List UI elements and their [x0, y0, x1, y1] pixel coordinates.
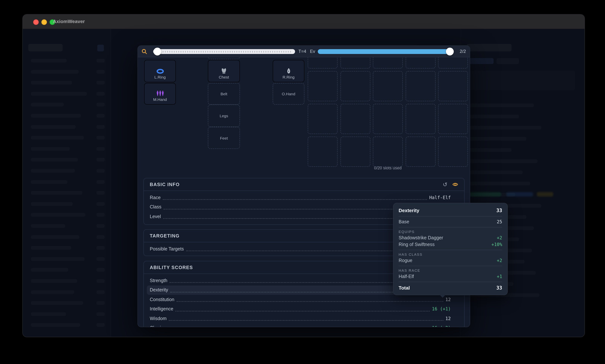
- inventory-slot[interactable]: [308, 137, 337, 167]
- inventory-slot[interactable]: [405, 104, 435, 134]
- equip-slot-belt[interactable]: Belt: [208, 83, 240, 104]
- basic-info-title: BASIC INFO: [150, 182, 180, 187]
- inventory-slot[interactable]: [340, 104, 370, 134]
- ghost-value: [96, 92, 105, 96]
- inventory-slot[interactable]: [438, 104, 468, 134]
- page-indicator: 2/2: [460, 46, 466, 57]
- inventory-slot[interactable]: [438, 71, 468, 101]
- ghost-value: [96, 81, 105, 84]
- ghost-value: [96, 125, 105, 129]
- ghost-row: [467, 115, 519, 118]
- close-window-button[interactable]: [33, 19, 39, 25]
- hooded-figure-icon: [285, 68, 292, 74]
- ghost-value: [96, 70, 105, 74]
- ghost-row: [31, 158, 78, 162]
- tooltip-section-has-race: HAS RACE: [399, 268, 502, 273]
- equip-slot-main-hand[interactable]: M.Hand: [144, 83, 176, 104]
- ghost-value: [96, 103, 105, 107]
- ghost-value: [96, 191, 105, 195]
- equip-slot-left-ring[interactable]: L.Ring: [144, 60, 176, 82]
- screen: AxiomWeaver: [0, 0, 605, 364]
- tooltip-total-label: Total: [399, 284, 410, 292]
- ghost-row: [31, 92, 87, 96]
- ghost-row: [31, 312, 66, 316]
- t-slider-thumb[interactable]: [153, 48, 161, 55]
- slot-label: Chest: [219, 75, 229, 79]
- inventory-grid: [308, 45, 468, 167]
- background-left-sidebar: [23, 29, 111, 337]
- armor-icon: [221, 68, 227, 74]
- ability-row-wisdom[interactable]: Wisdom 12: [150, 314, 458, 323]
- ability-row-constitution[interactable]: Constitution 12: [150, 295, 458, 304]
- ghost-value: [96, 169, 105, 173]
- dotted-leader: [176, 301, 443, 302]
- t-slider-ticks: [163, 51, 291, 52]
- ghost-row: [31, 301, 83, 305]
- tooltip-total-top: 33: [497, 208, 502, 213]
- ability-row-intelligence[interactable]: Intelligence 16 (+1): [150, 304, 458, 314]
- slot-label: M.Hand: [153, 97, 167, 102]
- ghost-value: [96, 158, 105, 162]
- slot-label: R.Ring: [282, 75, 295, 79]
- search-icon[interactable]: [142, 49, 147, 54]
- ghost-row: [467, 170, 523, 174]
- t-value-label: T=4: [298, 46, 306, 57]
- ghost-row: [31, 59, 67, 63]
- ghost-row: [31, 224, 65, 228]
- inventory-slot[interactable]: [373, 71, 403, 101]
- slot-label: Legs: [220, 114, 228, 118]
- inventory-slot[interactable]: [340, 71, 370, 101]
- minimize-window-button[interactable]: [41, 19, 47, 25]
- ghost-row: [31, 213, 85, 217]
- ghost-value: [96, 224, 105, 228]
- ghost-row: [31, 81, 72, 84]
- equip-slot-off-hand[interactable]: O.Hand: [273, 83, 304, 104]
- ghost-value: [96, 136, 105, 140]
- ghost-row: [31, 290, 74, 294]
- tooltip-section-has-class: HAS CLASS: [399, 252, 502, 257]
- ghost-row: [31, 257, 85, 261]
- ev-slider[interactable]: [318, 49, 454, 54]
- inventory-slot[interactable]: [438, 137, 468, 167]
- inventory-slot[interactable]: [405, 137, 435, 167]
- ghost-value: [96, 246, 105, 250]
- dexterity-breakdown-tooltip: Dexterity 33 Base 25 EQUIPS Shadowstrike…: [393, 203, 508, 295]
- inventory-slot[interactable]: [308, 71, 337, 101]
- ghost-value: [96, 147, 105, 151]
- ability-row-charisma[interactable]: Charisma 16 (+2): [150, 323, 458, 327]
- equip-slot-right-ring[interactable]: R.Ring: [273, 60, 304, 82]
- slot-label: L.Ring: [154, 75, 166, 79]
- basic-info-row-race[interactable]: Race Half-Elf: [150, 193, 458, 202]
- inventory-slot[interactable]: [373, 104, 403, 134]
- t-slider[interactable]: [153, 49, 295, 54]
- ghost-row: [467, 137, 526, 141]
- ev-label: Ev: [310, 46, 315, 57]
- ghost-row: [31, 103, 64, 107]
- inventory-slot[interactable]: [373, 137, 403, 167]
- slot-label: Belt: [221, 91, 227, 96]
- slot-label: Feet: [220, 136, 228, 140]
- tooltip-title: Dexterity: [399, 207, 419, 214]
- ghost-row: [467, 182, 530, 185]
- inventory-slot[interactable]: [308, 104, 337, 134]
- equip-slot-feet[interactable]: Feet: [208, 127, 240, 149]
- modal-toolbar: T=4 Ev 2/2: [138, 46, 470, 57]
- ghost-row: [31, 125, 76, 129]
- ghost-value: [96, 59, 105, 63]
- ghost-value: [96, 279, 105, 283]
- ghost-value: [96, 312, 105, 316]
- dotted-leader: [163, 199, 427, 200]
- ghost-value: [96, 114, 105, 117]
- equip-slot-legs[interactable]: Legs: [208, 104, 240, 127]
- window-title: AxiomWeaver: [53, 14, 85, 29]
- ghost-row: [31, 246, 71, 250]
- inventory-slot[interactable]: [405, 71, 435, 101]
- inventory-slot[interactable]: [340, 137, 370, 167]
- reset-icon[interactable]: ↺: [443, 182, 447, 187]
- ghost-row: [467, 159, 538, 163]
- ghost-row: [467, 148, 511, 152]
- equip-slot-chest[interactable]: Chest: [208, 60, 240, 82]
- tooltip-total-value: 33: [497, 285, 502, 291]
- eye-icon[interactable]: [452, 182, 458, 187]
- ev-slider-thumb[interactable]: [446, 48, 454, 55]
